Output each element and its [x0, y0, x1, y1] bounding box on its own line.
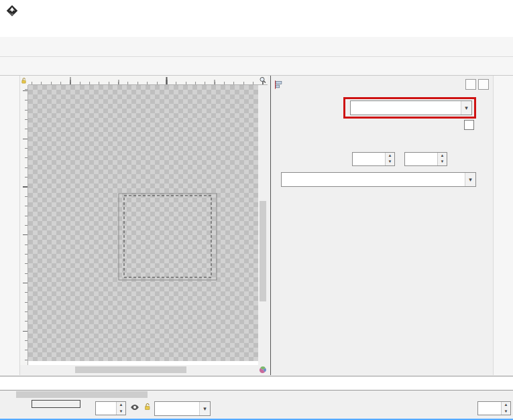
palette-scrollbar[interactable]: [0, 391, 513, 399]
color-managed-display-icon[interactable]: [258, 365, 268, 374]
statusbar: ▲▼ ▾ ▲▼: [0, 399, 513, 419]
canvas-horizontal-scrollbar[interactable]: [28, 365, 258, 374]
inkscape-window: ▾ ▲▼ ▲▼ ▾: [0, 0, 513, 420]
menubar: [0, 21, 513, 38]
toolbox: [0, 76, 20, 375]
opacity-field[interactable]: ▲▼: [95, 401, 126, 415]
ruler-corner: [20, 76, 28, 85]
inkscape-logo-icon: [6, 5, 18, 17]
layer-visibility-icon[interactable]: [130, 403, 139, 412]
treat-as-group-checkbox[interactable]: [464, 120, 474, 130]
panel-header: [271, 76, 492, 92]
nodes-relative-dropdown[interactable]: ▾: [281, 172, 476, 187]
scroll-left-arrow[interactable]: [28, 365, 38, 374]
panel-dock-button[interactable]: [465, 79, 476, 90]
relative-to-row: ▾: [343, 97, 476, 119]
horizontal-ruler[interactable]: [28, 76, 268, 85]
quick-zoom-icon[interactable]: [258, 76, 268, 85]
hscroll-thumb[interactable]: [75, 366, 186, 373]
palette-scroll-left[interactable]: [1, 391, 9, 399]
tool-options-toolbar: [0, 57, 513, 76]
relative-to-dropdown[interactable]: ▾: [350, 100, 472, 115]
fill-color-swatch[interactable]: [32, 400, 80, 408]
minimize-button[interactable]: [422, 0, 453, 21]
current-layer-dropdown[interactable]: ▾: [154, 401, 211, 416]
vertical-ruler[interactable]: [20, 85, 28, 365]
canvas-vertical-scrollbar[interactable]: [258, 85, 268, 365]
scroll-up-arrow[interactable]: [258, 85, 268, 94]
scroll-down-arrow[interactable]: [258, 356, 268, 365]
layer-lock-icon[interactable]: [144, 403, 152, 412]
vscroll-thumb[interactable]: [260, 201, 266, 301]
palette-scroll-right[interactable]: [502, 391, 510, 399]
align-distribute-panel: ▾ ▲▼ ▲▼ ▾: [270, 76, 492, 375]
palette-scroll-thumb[interactable]: [16, 391, 148, 398]
canvas[interactable]: [28, 85, 258, 365]
panel-close-button[interactable]: [478, 79, 489, 90]
selection-bbox-dashed: [124, 196, 211, 277]
zoom-field[interactable]: ▲▼: [477, 401, 511, 415]
snap-toolbar: [493, 76, 513, 375]
remove-overlaps-button[interactable]: [454, 151, 474, 167]
titlebar: [0, 0, 513, 21]
color-palette: [0, 376, 513, 391]
scroll-right-arrow[interactable]: [249, 365, 258, 374]
overlap-v-field[interactable]: ▲▼: [404, 152, 447, 166]
close-button[interactable]: [483, 0, 513, 21]
selection-frame: [119, 194, 217, 280]
align-panel-icon: [274, 80, 284, 90]
overlap-h-field[interactable]: ▲▼: [352, 152, 395, 166]
selection-overlay: [28, 85, 258, 365]
command-toolbar: [0, 37, 513, 57]
maximize-button[interactable]: [453, 0, 483, 21]
